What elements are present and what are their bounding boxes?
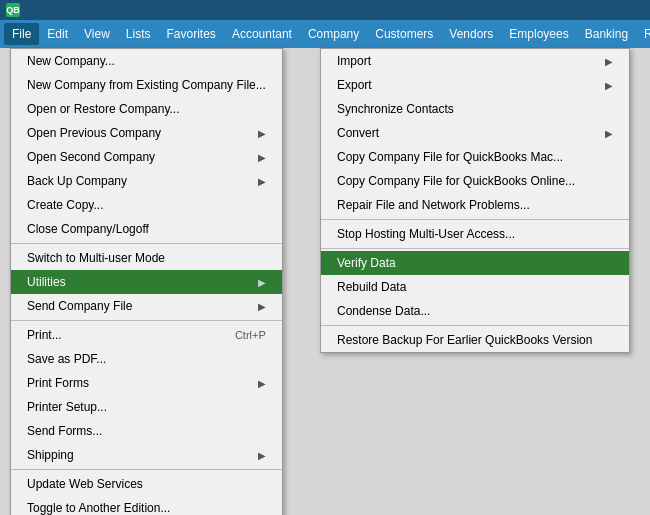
menu-item-open-second-company[interactable]: Open Second Company▶ [11,145,282,169]
menu-item-open-or-restore-company[interactable]: Open or Restore Company... [11,97,282,121]
menu-item-new-company[interactable]: New Company... [11,49,282,73]
menu-bar: FileEditViewListsFavoritesAccountantComp… [0,20,650,48]
menu-bar-item-company[interactable]: Company [300,23,367,45]
submenu-item-convert[interactable]: Convert▶ [321,121,629,145]
menu-item-send-forms[interactable]: Send Forms... [11,419,282,443]
menu-bar-item-rep[interactable]: Rep [636,23,650,45]
menu-item-toggle-to-another-edition[interactable]: Toggle to Another Edition... [11,496,282,515]
menu-separator [321,248,629,249]
submenu-item-synchronize-contacts[interactable]: Synchronize Contacts [321,97,629,121]
utilities-submenu-dropdown: Import▶Export▶Synchronize ContactsConver… [320,48,630,353]
title-bar: QB [0,0,650,20]
submenu-item-export[interactable]: Export▶ [321,73,629,97]
submenu-item-condense-data[interactable]: Condense Data... [321,299,629,323]
menu-bar-item-customers[interactable]: Customers [367,23,441,45]
menu-bar-item-lists[interactable]: Lists [118,23,159,45]
menu-item-create-copy[interactable]: Create Copy... [11,193,282,217]
menu-separator [11,469,282,470]
menu-bar-item-view[interactable]: View [76,23,118,45]
menu-item-utilities[interactable]: Utilities▶ [11,270,282,294]
menu-bar-item-accountant[interactable]: Accountant [224,23,300,45]
menu-item-switch-to-multi-user-mode[interactable]: Switch to Multi-user Mode [11,246,282,270]
menu-bar-item-favorites[interactable]: Favorites [159,23,224,45]
menu-item-send-company-file[interactable]: Send Company File▶ [11,294,282,318]
menu-bar-item-vendors[interactable]: Vendors [441,23,501,45]
submenu-item-copy-company-file-for-quickbooks-mac[interactable]: Copy Company File for QuickBooks Mac... [321,145,629,169]
menu-item-save-as-pdf[interactable]: Save as PDF... [11,347,282,371]
menu-bar-item-edit[interactable]: Edit [39,23,76,45]
menu-bar-item-file[interactable]: File [4,23,39,45]
menu-item-open-previous-company[interactable]: Open Previous Company▶ [11,121,282,145]
submenu-item-copy-company-file-for-quickbooks-online[interactable]: Copy Company File for QuickBooks Online.… [321,169,629,193]
menu-item-update-web-services[interactable]: Update Web Services [11,472,282,496]
menu-item-printer-setup[interactable]: Printer Setup... [11,395,282,419]
submenu-item-rebuild-data[interactable]: Rebuild Data [321,275,629,299]
submenu-item-restore-backup-for-earlier-quickbooks-version[interactable]: Restore Backup For Earlier QuickBooks Ve… [321,328,629,352]
menu-bar-item-employees[interactable]: Employees [501,23,576,45]
menu-separator [321,325,629,326]
menu-bar-item-banking[interactable]: Banking [577,23,636,45]
app-icon: QB [6,3,20,17]
menu-item-close-company-logoff[interactable]: Close Company/Logoff [11,217,282,241]
submenu-item-repair-file-and-network-problems[interactable]: Repair File and Network Problems... [321,193,629,217]
menu-item-print[interactable]: Print...Ctrl+P [11,323,282,347]
menu-item-print-forms[interactable]: Print Forms▶ [11,371,282,395]
menu-item-shipping[interactable]: Shipping▶ [11,443,282,467]
menu-item-back-up-company[interactable]: Back Up Company▶ [11,169,282,193]
menu-item-new-company-from-existing-company-file[interactable]: New Company from Existing Company File..… [11,73,282,97]
submenu-item-verify-data[interactable]: Verify Data [321,251,629,275]
submenu-item-stop-hosting-multi-user-access[interactable]: Stop Hosting Multi-User Access... [321,222,629,246]
menu-separator [11,320,282,321]
main-content: New Company...New Company from Existing … [0,48,650,515]
menu-separator [11,243,282,244]
file-menu-dropdown: New Company...New Company from Existing … [10,48,283,515]
menu-separator [321,219,629,220]
submenu-item-import[interactable]: Import▶ [321,49,629,73]
